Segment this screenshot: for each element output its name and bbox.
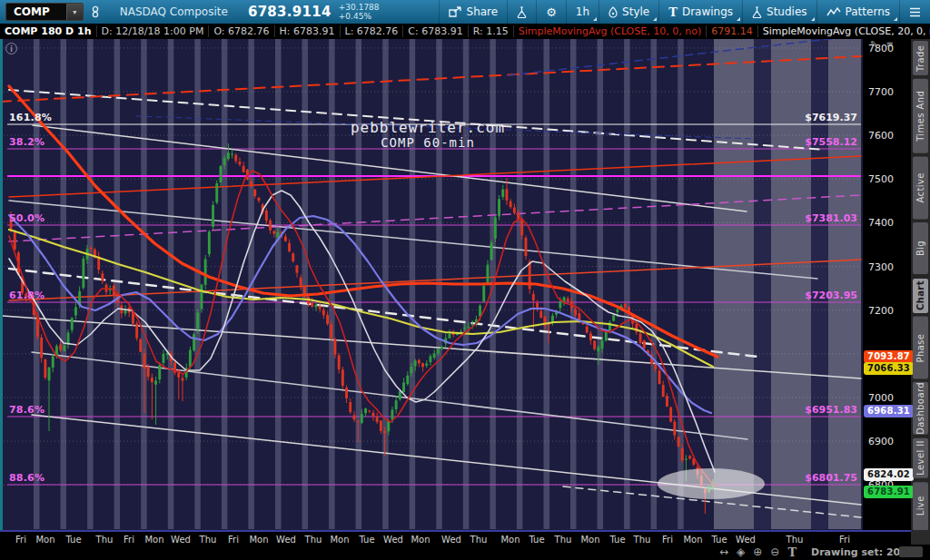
studies-button[interactable]: Studies — [742, 0, 816, 24]
x-axis-label: Fri — [124, 535, 134, 545]
link-icon[interactable] — [84, 0, 107, 24]
price-chart[interactable] — [0, 39, 863, 530]
flask-icon — [752, 6, 762, 18]
sidebar-tab-dashboard[interactable]: Dashboard — [913, 382, 928, 435]
change-value: +30.1788 — [339, 3, 380, 12]
last-price: 6783.9114 — [241, 4, 339, 20]
watermark-site: pebblewriter.com — [305, 119, 550, 136]
x-axis-label: Thu — [787, 535, 804, 545]
time-axis[interactable]: FriMonTueThuFriMonWedThuFriMonWedThuMonT… — [0, 530, 930, 545]
patterns-button[interactable]: Patterns — [816, 0, 899, 24]
style-label: Style — [622, 5, 649, 18]
x-axis-label: Fri — [662, 535, 673, 545]
text-tool-icon: T — [668, 5, 678, 19]
fib-pct-label: 161.8% — [9, 112, 52, 123]
share-button[interactable]: Share — [439, 0, 508, 24]
top-toolbar: COMP ▾ NASDAQ Composite 6783.9114 +30.17… — [0, 0, 930, 24]
y-axis-label: 7200 — [868, 305, 894, 317]
chart-quick-tools: ↔◈⊕⊖T — [719, 545, 796, 559]
style-icon — [608, 6, 618, 18]
x-axis-label: Wed — [276, 535, 296, 545]
fib-pct-label: 88.6% — [9, 472, 45, 484]
auto-scale-icon[interactable]: ◈ — [737, 545, 745, 559]
chart-bottom-bar: ↔◈⊕⊖T Drawing set: 2018-1217 — [0, 545, 930, 560]
fib-pct-label: 38.2% — [9, 136, 45, 148]
x-axis-label: Mon — [330, 535, 349, 545]
chart-canvas[interactable]: i pebblewriter.com COMP 60-min 161.8%$76… — [0, 39, 863, 530]
interval-dropdown[interactable]: 1h — [566, 0, 599, 24]
gear-icon: ⚙ — [546, 6, 557, 18]
x-axis-label: Mon — [144, 535, 163, 545]
x-axis-label: Tue — [359, 535, 374, 545]
price-axis[interactable]: ✎ ≡7800770076007500740073007200710070006… — [863, 39, 911, 530]
price-bubble: 6824.02 — [864, 468, 914, 481]
symbol-value: COMP — [6, 5, 66, 18]
y-axis-label: 7300 — [868, 261, 894, 273]
symbol-dropdown-arrow-icon[interactable]: ▾ — [66, 4, 83, 20]
sidebar-tab-times-and-sales[interactable]: Times And Sales — [913, 79, 928, 153]
header-cell: L: 6782.76 — [341, 25, 404, 37]
header-cell: D: 12/18/18 1:00 PM — [97, 25, 210, 37]
sidebar-tab-trade[interactable]: Trade — [913, 41, 928, 75]
sidebar-tab-chart[interactable]: Chart — [913, 279, 928, 313]
drawings-label: Drawings — [682, 5, 733, 18]
x-axis-label: Fri — [15, 535, 26, 545]
sidebar-tab-live-news[interactable]: Live News — [913, 482, 928, 530]
zoom-in-icon[interactable]: ⊕ — [753, 545, 762, 559]
text-note-icon[interactable]: T — [787, 545, 796, 559]
x-axis-label: Tue — [529, 535, 544, 545]
y-axis-label: 7000 — [868, 392, 894, 404]
y-axis-label: 7400 — [868, 217, 894, 229]
patterns-label: Patterns — [846, 5, 890, 18]
sidebar-tab-phase-scores[interactable]: Phase Scores — [913, 317, 928, 379]
flask-icon — [517, 6, 527, 18]
header-cell: SimpleMovingAvg (CLOSE, 20, 0, no) — [758, 25, 930, 37]
sidebar-tab-level-ii[interactable]: Level II — [913, 438, 928, 478]
x-axis-label: Thu — [555, 535, 572, 545]
price-bubble: 7066.33 — [864, 362, 914, 375]
share-label: Share — [467, 5, 499, 18]
y-axis-label: 7700 — [868, 86, 894, 98]
fib-pct-label: 78.6% — [9, 404, 45, 416]
price-bubble: 6968.31 — [864, 405, 914, 418]
header-cell: SimpleMovingAvg (CLOSE, 10, 0, no) — [514, 25, 707, 37]
x-axis-label: Wed — [736, 535, 756, 545]
fib-pct-label: 61.8% — [9, 290, 45, 301]
x-axis-label: Tue — [609, 535, 625, 545]
x-axis-label: Thu — [305, 535, 322, 545]
header-cell: 6791.14 — [707, 25, 758, 37]
menu-icon — [909, 7, 921, 17]
share-icon — [449, 6, 462, 17]
x-axis-label: Thu — [96, 535, 114, 545]
menu-button[interactable] — [899, 0, 930, 24]
fib-price-label: $7203.95 — [805, 290, 857, 301]
x-axis-label: Mon — [500, 535, 519, 545]
y-axis-label: 7600 — [868, 130, 894, 142]
fib-price-label: $7558.12 — [805, 136, 857, 148]
x-axis-label: Mon — [35, 535, 54, 545]
price-bubble: 7093.87 — [864, 350, 914, 363]
info-icon[interactable]: i — [5, 43, 17, 54]
x-axis-label: Mon — [249, 535, 268, 545]
style-button[interactable]: Style — [599, 0, 658, 24]
x-axis-label: Thu — [200, 535, 217, 545]
sidebar-tab-active-trader[interactable]: Active Trader — [913, 157, 928, 220]
symbol-selector[interactable]: COMP ▾ — [5, 3, 84, 21]
sidebar-tab-big-buttons[interactable]: Big Buttons — [913, 222, 928, 274]
x-axis-label: Thu — [634, 535, 651, 545]
settings-button[interactable]: ⚙ — [536, 0, 566, 24]
header-cell: H: 6783.91 — [275, 25, 341, 37]
x-axis-label: Thu — [470, 535, 488, 545]
chart-header-row: COMP 180 D 1hD: 12/18/18 1:00 PMO: 6782.… — [0, 24, 930, 39]
x-axis-label: Tue — [711, 535, 727, 545]
header-cell: O: 6782.76 — [209, 25, 274, 37]
header-cell: C: 6783.91 — [403, 25, 468, 37]
pan-horizontal-icon[interactable]: ↔ — [719, 545, 728, 559]
price-bubble: 6783.91 — [864, 486, 914, 498]
scrollbar-corner[interactable] — [899, 546, 923, 557]
onDemand-button[interactable] — [507, 0, 536, 24]
zoom-out-icon[interactable]: ⊖ — [770, 545, 779, 559]
x-axis-label: Wed — [441, 535, 461, 545]
drawings-button[interactable]: T Drawings — [658, 0, 742, 24]
fib-price-label: $6801.75 — [805, 472, 857, 484]
